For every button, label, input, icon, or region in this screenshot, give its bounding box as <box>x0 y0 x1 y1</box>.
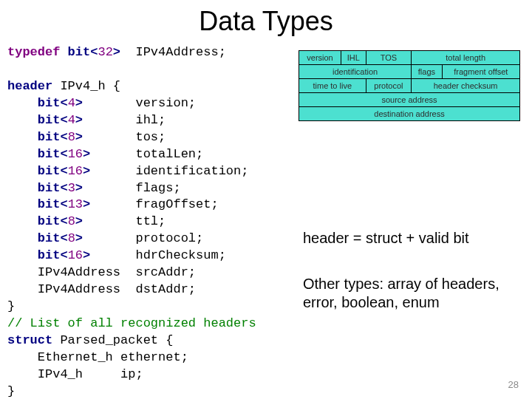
ident: ihl; <box>135 113 166 127</box>
num: 32 <box>98 45 112 59</box>
kw-bit: bit <box>38 248 61 262</box>
cell-flags: flags <box>412 65 442 79</box>
note-other-types: Other types: array of headers, error, bo… <box>303 275 522 312</box>
diagram-row: version IHL TOS total length <box>299 51 520 65</box>
num: 13 <box>68 197 83 211</box>
cell-dst-addr: destination address <box>299 107 520 121</box>
num: 4 <box>68 96 75 110</box>
ident: flags; <box>135 181 180 195</box>
code-block: typedef bit<32> IPv4Address; header IPv4… <box>7 44 256 399</box>
kw-bit: bit <box>38 113 61 127</box>
cell-version: version <box>299 51 341 65</box>
angle-close: > <box>75 113 83 127</box>
page-number: 28 <box>508 379 519 390</box>
ident: Parsed_packet { <box>52 333 173 347</box>
num: 8 <box>68 214 75 228</box>
kw-bit: bit <box>38 130 61 144</box>
ident: IPv4Address; <box>135 45 225 59</box>
ident: fragOffset; <box>135 197 218 211</box>
kw-typedef: typedef <box>7 45 60 59</box>
kw-bit: bit <box>60 45 90 59</box>
angle-close: > <box>75 130 83 144</box>
kw-bit: bit <box>38 214 61 228</box>
kw-header: header <box>7 79 52 93</box>
angle-close: > <box>75 231 83 245</box>
ident: IPv4Address srcAddr; <box>38 265 196 279</box>
angle-open: < <box>90 45 98 59</box>
angle-open: < <box>60 197 67 211</box>
angle-open: < <box>60 147 67 161</box>
angle-open: < <box>60 248 67 262</box>
angle-close: > <box>83 197 90 211</box>
angle-open: < <box>60 96 67 110</box>
cell-ttl: time to live <box>299 79 366 93</box>
diagram-row: time to live protocol header checksum <box>299 79 520 93</box>
diagram-row: source address <box>299 93 520 107</box>
kw-bit: bit <box>38 231 61 245</box>
slide-title: Data Types <box>0 0 532 37</box>
ident: IPv4Address dstAddr; <box>38 282 196 296</box>
angle-open: < <box>60 214 67 228</box>
cell-src-addr: source address <box>299 93 520 107</box>
angle-close: > <box>75 96 83 110</box>
ident: IPv4_h ip; <box>7 367 143 381</box>
num: 4 <box>68 113 75 127</box>
angle-open: < <box>60 164 67 178</box>
kw-bit: bit <box>38 147 61 161</box>
diagram-row: destination address <box>299 107 520 121</box>
angle-open: < <box>60 113 67 127</box>
ident: totalLen; <box>135 147 203 161</box>
kw-bit: bit <box>38 197 61 211</box>
cell-tos: TOS <box>366 51 412 65</box>
ident: Ethernet_h ethernet; <box>7 350 188 364</box>
ipv4-header-diagram: version IHL TOS total length identificat… <box>299 50 520 121</box>
cell-ihl: IHL <box>341 51 366 65</box>
num: 3 <box>68 181 75 195</box>
angle-open: < <box>60 181 67 195</box>
ident: hdrChecksum; <box>135 248 225 262</box>
ident: tos; <box>135 130 166 144</box>
angle-close: > <box>75 214 83 228</box>
angle-close: > <box>75 181 83 195</box>
kw-bit: bit <box>38 164 61 178</box>
brace-close: } <box>7 299 15 313</box>
cell-total-length: total length <box>412 51 520 65</box>
ident: ttl; <box>135 214 166 228</box>
angle-open: < <box>60 231 67 245</box>
cell-frag-offset: fragment offset <box>442 65 519 79</box>
ident: version; <box>135 96 196 110</box>
ident: protocol; <box>135 231 203 245</box>
ident: identification; <box>135 164 248 178</box>
diagram-row: identification flags fragment offset <box>299 65 520 79</box>
num: 16 <box>68 248 83 262</box>
angle-close: > <box>83 248 90 262</box>
num: 8 <box>68 231 75 245</box>
num: 16 <box>68 147 83 161</box>
kw-struct: struct <box>7 333 52 347</box>
brace-close: } <box>7 384 15 398</box>
num: 8 <box>68 130 75 144</box>
cell-checksum: header checksum <box>412 79 520 93</box>
angle-close: > <box>83 164 90 178</box>
ident: IPv4_h { <box>52 79 120 93</box>
cell-identification: identification <box>299 65 412 79</box>
comment: // List of all recognized headers <box>7 316 256 330</box>
num: 16 <box>68 164 83 178</box>
kw-bit: bit <box>38 181 61 195</box>
kw-bit: bit <box>38 96 61 110</box>
angle-open: < <box>60 130 67 144</box>
note-header-struct: header = struct + valid bit <box>303 229 522 248</box>
angle-close: > <box>83 147 90 161</box>
cell-protocol: protocol <box>366 79 412 93</box>
angle-close: > <box>113 45 120 59</box>
